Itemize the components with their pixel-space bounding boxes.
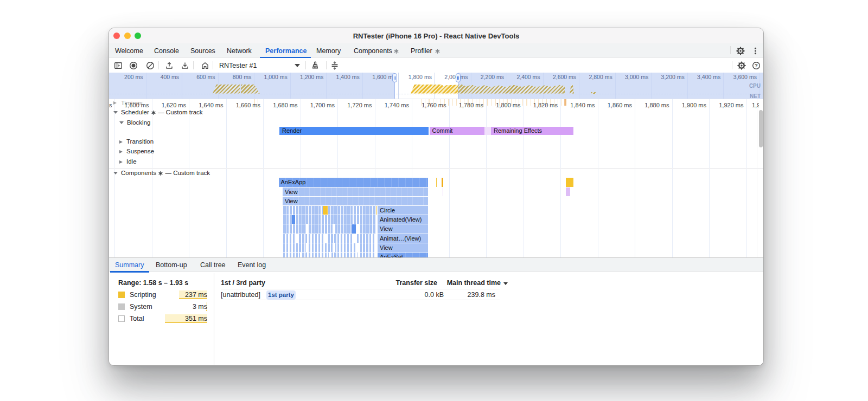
svg-text:?: ? [755,62,758,68]
